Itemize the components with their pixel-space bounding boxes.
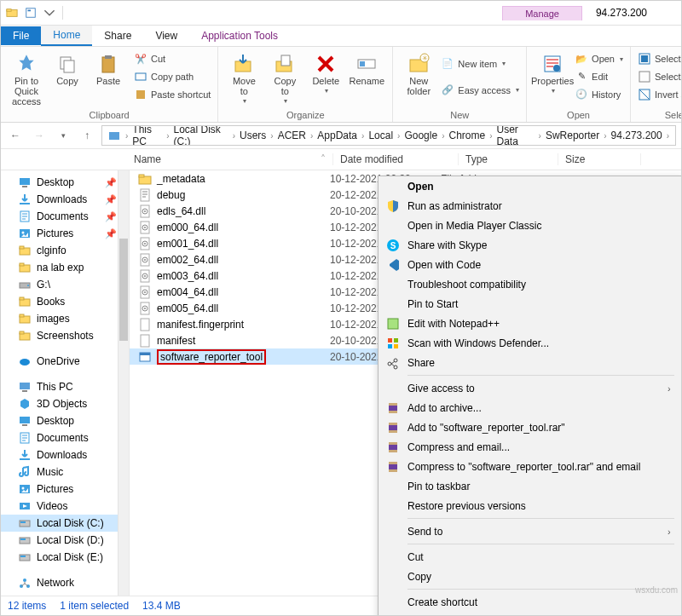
history-button[interactable]: 🕘History [573,87,625,102]
context-item[interactable]: Create shortcut [379,592,681,612]
breadcrumb-seg[interactable]: Local Disk (C:) [171,125,229,146]
moveto-button[interactable]: Move to▾ [223,49,264,107]
breadcrumb-seg[interactable]: ACER [276,130,308,141]
nav-tree[interactable]: Desktop📌Downloads📌Documents📌Pictures📌clg… [1,170,130,601]
nav-forward-button[interactable]: → [30,126,49,145]
context-item[interactable]: Delete [379,612,681,616]
context-item[interactable]: Open [379,176,681,196]
nav-item[interactable]: Local Disk (D:) [1,532,129,549]
tab-application-tools[interactable]: Application Tools [189,26,290,45]
nav-item[interactable]: Books [1,293,129,310]
selectnone-button[interactable]: Select none [636,69,682,84]
paste-button[interactable]: Paste [88,49,129,86]
col-name[interactable]: Name ˄ [127,153,333,165]
context-item[interactable]: Troubleshoot compatibility [379,274,681,294]
context-item[interactable]: Open with Code [379,255,681,274]
context-item[interactable]: Scan with Windows Defender... [379,333,681,353]
nav-item[interactable]: Downloads📌 [1,191,129,208]
nav-item[interactable]: Videos [1,498,129,515]
col-size[interactable]: Size [558,153,641,165]
nav-item[interactable]: Desktop [1,412,129,429]
nav-item[interactable]: Screenshots [1,327,129,344]
breadcrumb-seg[interactable]: Chrome [447,130,487,141]
breadcrumb[interactable]: › This PC›Local Disk (C:)›Users›ACER›App… [101,125,676,146]
selectall-button[interactable]: Select all [636,51,682,66]
nav-item[interactable]: clginfo [1,242,129,259]
context-item[interactable]: Pin to Start [379,294,681,314]
manage-tab[interactable]: Manage [502,6,582,20]
nav-back-button[interactable]: ← [6,126,25,145]
edit-button[interactable]: ✎Edit [573,69,625,84]
newfolder-button[interactable]: ✳New folder [398,49,439,96]
tab-share[interactable]: Share [92,26,143,45]
col-modified[interactable]: Date modified [333,153,459,165]
context-item[interactable]: Edit with Notepad++ [379,314,681,333]
pin-quick-access-button[interactable]: Pin to Quick access [6,49,47,107]
nav-up-button[interactable]: ↑ [78,126,96,145]
nav-item[interactable]: 3D Objects [1,395,129,412]
nav-item[interactable]: Pictures [1,481,129,498]
qat-properties-icon[interactable] [25,7,37,19]
nav-item[interactable]: OneDrive [1,353,129,370]
open-button[interactable]: 📂Open▾ [573,51,625,66]
breadcrumb-seg[interactable]: This PC [130,125,164,146]
nav-scrollbar-thumb[interactable] [119,239,128,341]
breadcrumb-seg[interactable]: User Data [495,125,536,146]
copyto-button[interactable]: Copy to▾ [264,49,305,107]
context-item[interactable]: Add to "software_reporter_tool.rar" [379,417,681,437]
context-menu[interactable]: OpenRun as administratorOpen in Media Pl… [378,176,682,616]
nav-item[interactable]: G:\ [1,276,129,293]
context-item[interactable]: Restore previous versions [379,496,681,515]
context-item[interactable]: Compress and email... [379,437,681,457]
svg-text:✳: ✳ [422,55,428,62]
nav-item[interactable]: Local Disk (C:) [1,515,129,532]
newitem-button[interactable]: 📄New item▾ [439,56,521,72]
nav-item[interactable]: Desktop📌 [1,174,129,191]
cut-button[interactable]: ✂️Cut [132,51,212,66]
breadcrumb-seg[interactable]: Google [402,130,439,141]
breadcrumb-seg[interactable]: SwReporter [544,130,601,141]
network-icon [18,576,32,590]
nav-item[interactable]: images [1,310,129,327]
tab-file[interactable]: File [1,26,41,45]
copy-button[interactable]: Copy [47,49,88,86]
col-type[interactable]: Type [459,153,558,165]
delete-button[interactable]: Delete▾ [305,49,346,96]
pasteshortcut-button[interactable]: Paste shortcut [132,87,212,102]
properties-button[interactable]: Properties▾ [532,49,573,96]
invert-button[interactable]: Invert selection [636,87,682,102]
breadcrumb-seg[interactable]: Users [238,130,268,141]
context-item[interactable]: Pin to taskbar [379,476,681,496]
copypath-button[interactable]: Copy path [132,69,212,84]
context-item[interactable]: Compress to "software_reporter_tool.rar"… [379,457,681,476]
nav-item[interactable]: Network [1,574,129,591]
context-item[interactable]: Open in Media Player Classic [379,216,681,235]
context-item[interactable]: Give access to› [379,378,681,398]
nav-item[interactable]: Music [1,463,129,481]
nav-item[interactable]: Downloads [1,446,129,463]
tab-view[interactable]: View [143,26,189,45]
context-item[interactable]: Share [379,353,681,372]
breadcrumb-seg[interactable]: 94.273.200 [610,130,664,141]
nav-item[interactable]: This PC [1,378,129,395]
context-item[interactable]: Add to archive... [379,398,681,417]
context-item[interactable]: Copy [379,567,681,586]
context-item[interactable]: Cut [379,547,681,567]
easyaccess-button[interactable]: 🔗Easy access▾ [439,83,521,98]
context-item[interactable]: Send to› [379,521,681,541]
qat-dropdown-icon[interactable] [43,7,55,19]
rename-button[interactable]: Rename [346,49,387,86]
nav-item[interactable]: Documents [1,429,129,446]
nav-item[interactable]: Documents📌 [1,208,129,225]
tab-home[interactable]: Home [41,26,92,46]
nav-scrollbar[interactable] [118,170,129,601]
nav-item[interactable]: Pictures📌 [1,225,129,242]
context-item[interactable]: Run as administrator [379,196,681,216]
column-headers[interactable]: Name ˄ Date modified Type Size [1,149,681,170]
breadcrumb-seg[interactable]: Local [367,130,395,141]
nav-item[interactable]: na lab exp [1,259,129,276]
nav-item[interactable]: Local Disk (E:) [1,549,129,566]
breadcrumb-seg[interactable]: AppData [315,130,359,141]
nav-recent-button[interactable]: ▾ [54,126,72,145]
context-item[interactable]: SShare with Skype [379,235,681,255]
